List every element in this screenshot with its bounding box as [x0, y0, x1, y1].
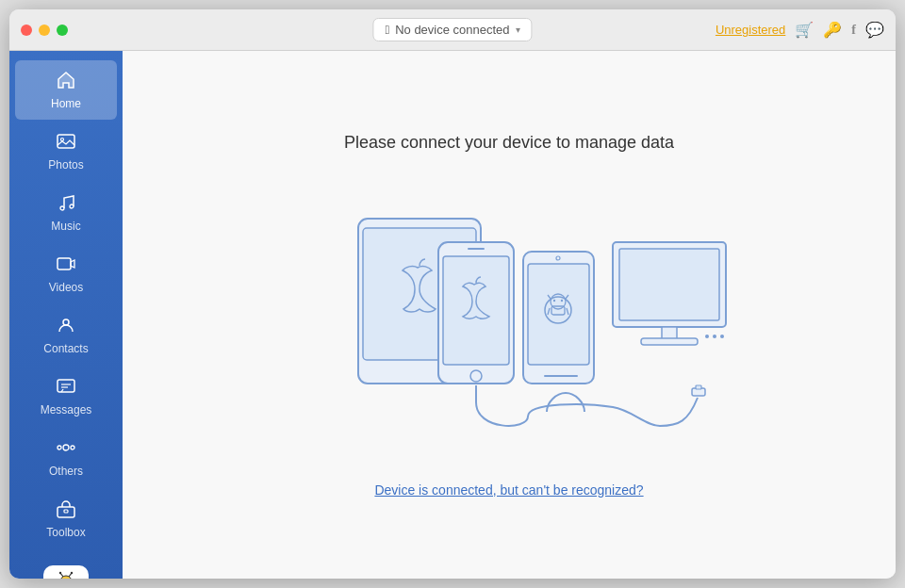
svg-point-9	[63, 445, 69, 450]
svg-rect-56	[696, 385, 701, 389]
chevron-down-icon: ▾	[516, 24, 520, 35]
svg-point-25	[71, 572, 73, 574]
messages-icon	[56, 376, 76, 400]
unregistered-link[interactable]: Unregistered	[716, 23, 785, 37]
sidebar-item-videos-label: Videos	[49, 281, 83, 294]
videos-icon	[56, 253, 76, 277]
svg-point-46	[561, 299, 563, 301]
others-icon	[56, 437, 76, 461]
facebook-icon[interactable]: f	[851, 23, 856, 38]
svg-point-1	[61, 139, 64, 141]
svg-rect-0	[58, 135, 74, 148]
titlebar:  No device connected ▾ Unregistered 🛒 🔑…	[9, 9, 896, 51]
traffic-lights	[21, 24, 68, 36]
svg-point-51	[720, 335, 724, 338]
app-logo	[43, 565, 89, 579]
sidebar-item-others[interactable]: Others	[15, 428, 117, 487]
sidebar-item-others-label: Others	[49, 465, 83, 478]
connect-message: Please connect your device to manage dat…	[344, 133, 674, 153]
sidebar-item-contacts[interactable]: Contacts	[15, 305, 117, 365]
svg-point-19	[60, 576, 72, 579]
svg-point-3	[70, 204, 74, 208]
maximize-button[interactable]	[57, 24, 68, 36]
key-icon[interactable]: 🔑	[823, 21, 842, 39]
toolbox-icon	[56, 498, 76, 522]
sidebar-item-toolbox[interactable]: Toolbox	[15, 489, 117, 548]
apple-icon: 	[385, 23, 389, 37]
device-selector[interactable]:  No device connected ▾	[372, 18, 532, 41]
titlebar-actions: Unregistered 🛒 🔑 f 💬	[716, 21, 884, 39]
sidebar-item-messages-label: Messages	[41, 403, 92, 416]
svg-point-11	[71, 446, 74, 449]
svg-point-5	[63, 319, 69, 325]
sidebar-item-toolbox-label: Toolbox	[46, 526, 85, 539]
help-link[interactable]: Device is connected, but can't be recogn…	[374, 482, 643, 498]
main-window:  No device connected ▾ Unregistered 🛒 🔑…	[9, 9, 896, 579]
svg-point-50	[713, 335, 716, 338]
sidebar-footer: AnyMP4 iPhone Transfer Pro for Mac	[9, 550, 123, 579]
svg-point-45	[553, 299, 555, 301]
chat-icon[interactable]: 💬	[865, 21, 884, 39]
svg-rect-4	[58, 258, 71, 270]
sidebar-item-home[interactable]: Home	[15, 60, 117, 120]
svg-point-2	[60, 206, 64, 210]
svg-point-23	[59, 572, 61, 574]
home-icon	[56, 70, 76, 93]
sidebar-item-messages[interactable]: Messages	[15, 367, 117, 426]
sidebar-item-music[interactable]: Music	[15, 183, 117, 242]
contacts-icon	[56, 315, 76, 338]
sidebar-item-music-label: Music	[51, 220, 80, 233]
svg-rect-6	[58, 380, 74, 392]
sidebar-item-videos[interactable]: Videos	[15, 244, 117, 303]
svg-rect-13	[64, 510, 68, 513]
main-layout: Home Photos	[9, 51, 896, 579]
svg-rect-53	[641, 338, 698, 345]
cart-icon[interactable]: 🛒	[795, 21, 814, 39]
sidebar: Home Photos	[9, 51, 123, 579]
sidebar-item-photos[interactable]: Photos	[15, 122, 117, 181]
svg-point-10	[58, 446, 61, 449]
close-button[interactable]	[21, 24, 32, 36]
sidebar-item-home-label: Home	[51, 97, 81, 110]
music-icon	[56, 192, 76, 216]
device-label: No device connected	[395, 23, 509, 37]
device-illustration	[273, 190, 745, 454]
svg-point-49	[705, 335, 709, 338]
content-area: Please connect your device to manage dat…	[123, 51, 896, 579]
sidebar-nav: Home Photos	[9, 51, 123, 550]
sidebar-item-contacts-label: Contacts	[43, 342, 88, 355]
svg-rect-31	[443, 256, 509, 365]
minimize-button[interactable]	[39, 24, 50, 36]
sidebar-item-photos-label: Photos	[48, 158, 83, 172]
photos-icon	[56, 131, 76, 155]
svg-rect-48	[619, 249, 719, 320]
